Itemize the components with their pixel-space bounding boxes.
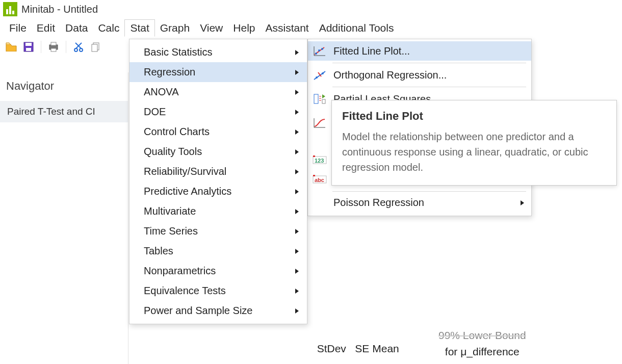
stat-item-time-series[interactable]: Time Series <box>129 221 307 241</box>
menu-item-label: Control Charts <box>144 126 210 138</box>
menu-item-label: Time Series <box>144 225 198 237</box>
output-header-fragment-right: 99% Lower Bound for μ_difference <box>438 330 526 359</box>
regression-item-orthogonal-regression[interactable]: Orthogonal Regression... <box>308 65 531 85</box>
navigator-panel: Navigator Paired T-Test and CI <box>0 72 128 364</box>
menu-item-label: Quality Tools <box>144 146 202 158</box>
submenu-arrow-icon <box>521 200 524 205</box>
orth-icon <box>312 68 327 82</box>
svg-rect-5 <box>51 48 56 51</box>
nominal-icon: abc <box>312 173 327 186</box>
menu-stat[interactable]: Stat <box>124 19 154 37</box>
binary-line-icon <box>312 116 327 129</box>
regression-item-fitted-line-plot[interactable]: Fitted Line Plot... <box>308 41 531 61</box>
output-bound-label: for μ_difference <box>438 345 526 359</box>
menu-item-label: Regression <box>144 66 195 78</box>
menu-help[interactable]: Help <box>228 20 260 36</box>
tooltip-body: Model the relationship between one predi… <box>342 129 606 175</box>
stat-item-anova[interactable]: ANOVA <box>129 82 307 102</box>
stat-item-reliability-survival[interactable]: Reliability/Survival <box>129 162 307 181</box>
menu-data[interactable]: Data <box>60 20 93 36</box>
line-fit-icon <box>312 44 327 58</box>
svg-point-6 <box>74 48 77 51</box>
submenu-arrow-icon <box>295 50 299 55</box>
stat-item-equivalence-tests[interactable]: Equivalence Tests <box>129 281 307 301</box>
stat-item-regression[interactable]: Regression <box>129 62 307 82</box>
regression-item-poisson-regression[interactable]: Poisson Regression <box>308 194 531 212</box>
stat-item-multivariate[interactable]: Multivariate <box>129 201 307 221</box>
menu-item-label: Multivariate <box>144 205 196 217</box>
tooltip-title: Fitted Line Plot <box>342 110 606 123</box>
menu-item-label: Basic Statistics <box>144 46 212 58</box>
stat-item-control-charts[interactable]: Control Charts <box>129 122 307 142</box>
menu-item-label: Fitted Line Plot... <box>333 45 410 57</box>
menubar: FileEditDataCalcStatGraphViewHelpAssista… <box>0 18 622 37</box>
submenu-arrow-icon <box>295 110 299 115</box>
stat-item-tables[interactable]: Tables <box>129 241 307 261</box>
print-icon[interactable] <box>46 40 61 54</box>
cut-icon[interactable] <box>71 40 86 54</box>
svg-point-31 <box>321 48 323 50</box>
submenu-arrow-icon <box>295 129 299 135</box>
submenu-arrow-icon <box>295 70 299 75</box>
menu-file[interactable]: File <box>4 20 32 36</box>
svg-rect-37 <box>322 99 325 103</box>
tooltip-fitted-line-plot: Fitted Line Plot Model the relationship … <box>331 100 617 186</box>
stat-item-basic-statistics[interactable]: Basic Statistics <box>129 42 307 62</box>
submenu-arrow-icon <box>295 90 299 95</box>
menu-divider <box>332 63 526 63</box>
svg-point-7 <box>80 48 83 51</box>
open-icon[interactable] <box>4 40 18 54</box>
output-header-fragment: StDev SE Mean <box>311 330 399 355</box>
menu-item-label: ANOVA <box>144 86 179 98</box>
navigator-item[interactable]: Paired T-Test and CI <box>0 101 128 122</box>
menu-item-label: Predictive Analytics <box>144 186 231 197</box>
navigator-title: Navigator <box>0 72 128 101</box>
submenu-arrow-icon <box>295 149 299 154</box>
submenu-arrow-icon <box>295 189 299 194</box>
stat-menu-dropdown: Basic StatisticsRegressionANOVADOEContro… <box>129 39 307 324</box>
titlebar: Minitab - Untitled <box>0 0 622 18</box>
menu-divider <box>332 191 526 192</box>
svg-rect-9 <box>92 44 97 51</box>
svg-rect-42 <box>313 155 315 157</box>
submenu-arrow-icon <box>295 308 299 314</box>
menu-calc[interactable]: Calc <box>93 20 124 36</box>
stat-item-predictive-analytics[interactable]: Predictive Analytics <box>129 181 307 201</box>
pls-icon <box>312 92 327 106</box>
copy-icon[interactable] <box>89 40 103 54</box>
menu-assistant[interactable]: Assistant <box>260 20 314 36</box>
toolbar-separator <box>66 41 66 53</box>
svg-rect-36 <box>314 94 318 103</box>
stat-item-power-and-sample-size[interactable]: Power and Sample Size <box>129 301 307 321</box>
submenu-arrow-icon <box>295 269 299 274</box>
output-bound-faded: 99% Lower Bound <box>438 328 526 343</box>
window-title: Minitab - Untitled <box>21 4 98 15</box>
menu-additional-tools[interactable]: Additional Tools <box>314 20 399 36</box>
menu-graph[interactable]: Graph <box>155 20 195 36</box>
submenu-arrow-icon <box>295 209 299 214</box>
svg-text:abc: abc <box>315 177 324 183</box>
menu-view[interactable]: View <box>195 20 228 36</box>
submenu-arrow-icon <box>295 249 299 254</box>
menu-edit[interactable]: Edit <box>32 20 60 36</box>
stat-item-doe[interactable]: DOE <box>129 102 307 122</box>
svg-point-34 <box>316 76 318 79</box>
menu-item-label: Poisson Regression <box>333 197 424 209</box>
stat-item-nonparametrics[interactable]: Nonparametrics <box>129 261 307 281</box>
svg-point-29 <box>315 53 317 55</box>
stat-item-quality-tools[interactable]: Quality Tools <box>129 142 307 162</box>
ordinal-icon: 123 <box>312 153 327 167</box>
menu-item-label: Reliability/Survival <box>144 166 226 177</box>
save-icon[interactable] <box>21 40 36 54</box>
menu-divider <box>332 87 526 87</box>
menu-item-label: Orthogonal Regression... <box>333 69 447 81</box>
menu-item-label: Power and Sample Size <box>144 305 252 317</box>
toolbar-separator <box>41 41 41 53</box>
svg-rect-4 <box>51 42 56 45</box>
output-col-labels: StDev SE Mean <box>317 343 399 354</box>
app-logo-icon <box>3 2 17 16</box>
svg-text:123: 123 <box>315 158 324 164</box>
menu-item-label: Tables <box>144 245 173 257</box>
menu-item-label: DOE <box>144 106 166 118</box>
svg-point-35 <box>322 72 324 74</box>
